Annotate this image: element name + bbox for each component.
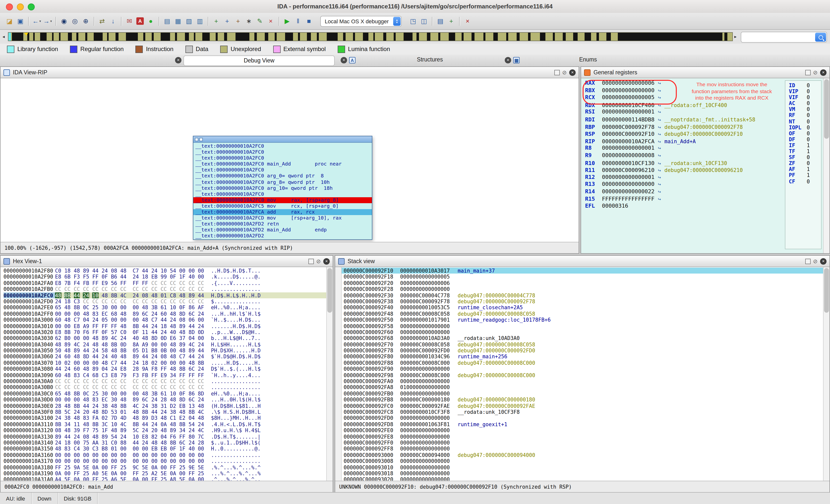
disasm-line[interactable]: __text:00000000010A2FCD mov [rsp+arg_10]… — [193, 215, 372, 221]
hex-row[interactable]: 00000000010A30B0CC CC CC CC CC CC CC CC … — [3, 384, 333, 391]
flag-value[interactable]: 0 — [807, 100, 810, 106]
stack-symbol[interactable]: debug047:000000C00004C778 — [458, 292, 535, 298]
follow-arrow-icon[interactable]: ↪ — [658, 117, 661, 123]
patch-program-icon[interactable]: ✎ — [255, 16, 265, 26]
close-panel-icon[interactable]: × — [820, 258, 827, 264]
stack-value[interactable]: 0000000000000000 — [400, 476, 452, 481]
register-symbol[interactable]: __rodata:unk_10CF130 — [664, 160, 727, 166]
flag-row[interactable]: VIP0 — [789, 88, 821, 94]
hex-row[interactable]: 00000000010A308044 24 60 48 89 04 24 E8 … — [3, 366, 333, 372]
hex-row[interactable]: 00000000010A30C065 48 8B 0C 25 30 00 00 … — [3, 391, 333, 397]
flag-row[interactable]: SF0 — [789, 154, 821, 160]
stack-value[interactable]: 00000000010AD3A0 — [400, 335, 452, 341]
register-symbol[interactable]: debug047:000000C000092F10 — [664, 131, 743, 137]
flag-value[interactable]: 0 — [807, 88, 810, 94]
debugger-windows-icon[interactable]: ◫ — [419, 16, 429, 26]
register-value[interactable]: 0000000000000001 — [602, 174, 655, 180]
flag-value[interactable]: 0 — [807, 154, 810, 160]
register-symbol[interactable]: __noptrdata:_fmt..inittask+58 — [664, 116, 755, 123]
hex-row[interactable]: 00000000010A316000 00 00 00 00 00 00 00 … — [3, 452, 333, 458]
follow-arrow-icon[interactable]: ↪ — [658, 189, 661, 194]
dock-panel-icon[interactable]: ⊘ — [813, 258, 818, 264]
hex-row[interactable]: 00000000010A306024 60 48 8D 44 24 40 48 … — [3, 354, 333, 360]
stack-row[interactable]: 000000C000092FA80100000000000000 — [342, 384, 824, 391]
stack-value[interactable]: 0000000001063F81 — [400, 421, 452, 428]
hex-row[interactable]: 00000000010A2FD024 18 C3 CC CC CC CC CC … — [3, 298, 333, 305]
stack-value[interactable]: 0000000000000000 — [400, 378, 452, 384]
dock-panel-icon[interactable]: ⊘ — [316, 258, 321, 264]
disasm-line[interactable]: __text:00000000010A2FC0 mov rax, [rsp+ar… — [193, 197, 372, 203]
disasm-line[interactable]: __text:00000000010A2FC0 arg_8= qword ptr… — [193, 179, 372, 185]
hex-scrollbar[interactable] — [326, 267, 333, 481]
follow-arrow-icon[interactable]: ↪ — [658, 181, 661, 187]
open-file-icon[interactable]: ◪ — [4, 16, 14, 26]
stack-value[interactable]: 0000000000000005 — [400, 274, 452, 280]
suspend-process-icon[interactable]: ‖ — [293, 16, 303, 26]
dock-panel-icon[interactable]: ⊘ — [562, 69, 567, 75]
stack-value[interactable]: 000000C000092FD0 — [400, 347, 452, 354]
hex-row[interactable]: 00000000010A314024 18 00 75 AA 31 C0 88 … — [3, 440, 333, 446]
stack-row[interactable]: 000000C000092FF00000000000000000 — [342, 440, 824, 446]
disasm-line[interactable]: __text:00000000010A2FD2 main_Add endp — [193, 227, 372, 233]
flag-value[interactable]: 0 — [807, 106, 810, 112]
stack-value[interactable]: 000000C000000180 — [400, 397, 452, 403]
hex-row[interactable]: 00000000010A3020E8 8B 70 F6 FF 0F 57 C0 … — [3, 329, 333, 335]
register-value[interactable]: 000000000114BDB8 — [602, 116, 655, 123]
hex-row[interactable]: 00000000010A2F80C0 18 48 89 44 24 08 48 … — [3, 268, 333, 274]
close-panel-icon[interactable]: × — [820, 69, 827, 75]
disasm-line[interactable]: __text:00000000010A2FD2 — [193, 233, 372, 239]
debugger-options-icon[interactable]: ∗ — [244, 16, 254, 26]
disasm-line[interactable]: __text:00000000010A2FC5 mov rcx, [rsp+ar… — [193, 203, 372, 209]
hex-row[interactable]: 00000000010A2FC048 8B 44 24 10 48 8B 4C … — [3, 292, 333, 298]
hex-row[interactable]: 00000000010A30A0CC CC CC CC CC CC CC CC … — [3, 378, 333, 384]
flag-row[interactable]: DF0 — [789, 136, 821, 142]
stack-value[interactable]: 000000C00008C058 — [400, 310, 452, 317]
stack-value[interactable]: 0000000000000000 — [400, 458, 452, 464]
stack-row[interactable]: 000000C000092F78000000C000092FD0debug047… — [342, 347, 824, 354]
hex-row[interactable]: 00000000010A312008 48 39 F7 75 1F 48 89 … — [3, 427, 333, 433]
stack-value[interactable]: 000000C00008C000 — [400, 360, 452, 366]
stack-view-body[interactable]: 000000C000092F1000000000010A3017main_mai… — [335, 267, 830, 481]
stack-row[interactable]: 000000C000092F1000000000010A3017main_mai… — [342, 268, 824, 274]
flag-row[interactable]: IF1 — [789, 142, 821, 148]
scrollbar-thumb[interactable] — [327, 268, 332, 313]
follow-arrow-icon[interactable]: ↪ — [658, 131, 661, 137]
xrefs-to-icon[interactable]: ▧ — [184, 16, 194, 26]
disasm-line[interactable]: __text:00000000010A2FC0 — [193, 191, 372, 197]
stack-row[interactable]: 000000C000092F30000000C00004C778debug047… — [342, 292, 824, 298]
hex-view-body[interactable]: 00000000010A2F80C0 18 48 89 44 24 08 48 … — [0, 267, 333, 481]
stack-symbol[interactable]: runtime_closechan+2A5 — [458, 305, 523, 310]
flag-value[interactable]: 1 — [807, 166, 810, 172]
register-value[interactable]: 0000000000000000 — [602, 87, 655, 93]
jump-xref-icon[interactable]: ⇄ — [97, 16, 107, 26]
stack-row[interactable]: 000000C000092FD00000000000000000 — [342, 415, 824, 421]
follow-arrow-icon[interactable]: ↪ — [658, 95, 661, 100]
disasm-line[interactable]: __text:00000000010A2FC0 — [193, 155, 372, 161]
stack-value[interactable]: 0000000000000000 — [400, 323, 452, 329]
register-value[interactable]: 00000000010CF400 — [602, 102, 655, 108]
hex-row[interactable]: 00000000010A317000 00 00 00 00 00 00 00 … — [3, 458, 333, 464]
stack-value[interactable]: 000000C000094000 — [400, 452, 452, 458]
follow-arrow-icon[interactable]: ↪ — [658, 139, 661, 144]
navband-scroll-left-icon[interactable]: ◂ — [2, 34, 5, 39]
module-list-icon[interactable]: ▤ — [435, 16, 445, 26]
hex-row[interactable]: 00000000010A2F90E8 6B F3 F5 FF 0F B6 44 … — [3, 274, 333, 280]
register-symbol[interactable]: debug047:000000C000092F78 — [664, 124, 743, 130]
hex-row[interactable]: 00000000010A310024 38 48 83 FA 02 7D 4D … — [3, 415, 333, 421]
save-file-icon[interactable]: ▣ — [15, 16, 25, 26]
hex-row[interactable]: 00000000010A31108B 34 11 48 8B 3C 10 4C … — [3, 421, 333, 428]
hex-row[interactable]: 00000000010A31A0A4 5E 0A 00 FF 25 A6 5E … — [3, 476, 333, 481]
stack-symbol[interactable]: main_main+37 — [458, 268, 495, 274]
flag-row[interactable]: VM0 — [789, 106, 821, 112]
hex-row[interactable]: 00000000010A315048 83 C4 30 C3 B8 01 00 … — [3, 446, 333, 452]
follow-arrow-icon[interactable]: ↪ — [658, 103, 661, 108]
stack-symbol[interactable]: runtime_goexit+1 — [458, 421, 507, 427]
stack-value[interactable]: 000000C00008C000 — [400, 372, 452, 378]
add-watch-icon[interactable]: + — [446, 16, 456, 26]
stack-value[interactable]: 0000000001034C96 — [400, 354, 452, 360]
hex-row[interactable]: 00000000010A307010 02 00 00 00 48 C7 44 … — [3, 360, 333, 366]
dock-panel-icon[interactable]: ⊘ — [813, 69, 818, 75]
stack-row[interactable]: 000000C000092F4000000000010053C5runtime_… — [342, 305, 824, 311]
hex-row[interactable]: 00000000010A31900A 00 FF 25 A0 5E 0A 00 … — [3, 470, 333, 476]
stack-symbol[interactable]: debug047:000000C00008C000 — [458, 360, 535, 366]
